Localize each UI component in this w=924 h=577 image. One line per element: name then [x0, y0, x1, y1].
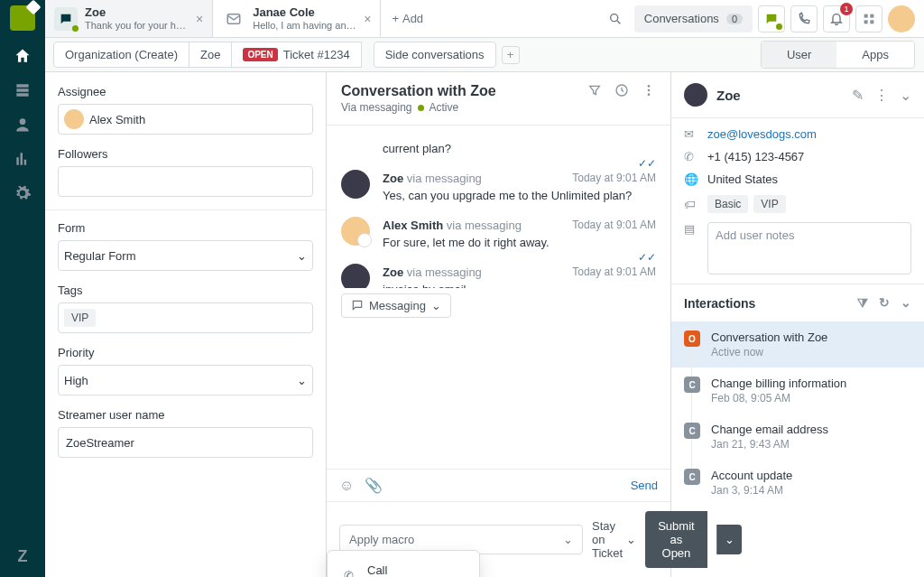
svg-point-8 — [648, 89, 651, 92]
streamer-label: Streamer user name — [58, 408, 313, 422]
interaction-item[interactable]: CAccount updateJan 3, 9:14 AM — [671, 460, 924, 506]
status-dot — [418, 105, 424, 111]
message: Zoe via messagingToday at 9:01 AMYes, ca… — [341, 164, 656, 211]
conversation-panel: Conversation with Zoe Via messagingActiv… — [327, 72, 671, 577]
messaging-icon — [351, 299, 364, 312]
search-icon[interactable] — [602, 5, 629, 33]
chevron-down-icon[interactable]: ⌄ — [901, 295, 911, 311]
attachment-icon[interactable]: 📎 — [365, 477, 383, 494]
tag-chip: VIP — [753, 195, 785, 213]
tab-user[interactable]: Zoe — [189, 42, 232, 68]
filter-icon[interactable] — [587, 83, 602, 98]
submit-button[interactable]: Submit as Open — [645, 511, 707, 568]
tab-zoe[interactable]: ZoeThank you for your hel… × — [45, 0, 213, 37]
tag-chip: VIP — [64, 309, 96, 327]
close-icon[interactable]: × — [364, 12, 371, 26]
submit-dropdown[interactable]: ⌄ — [716, 525, 742, 554]
context-panel: Zoe ✎ ⋮ ⌄ ✉zoe@lovesdogs.com ✆+1 (415) 1… — [671, 72, 924, 577]
svg-point-1 — [610, 14, 617, 21]
apps-icon[interactable] — [855, 5, 882, 33]
user-name: Zoe — [716, 88, 843, 103]
overflow-icon[interactable] — [642, 83, 656, 98]
message: current plan?✓✓ — [341, 131, 656, 164]
message: Alex Smith via messagingToday at 9:01 AM… — [341, 211, 656, 258]
avatar — [341, 217, 370, 246]
tab-ticket[interactable]: OPENTicket #1234 — [231, 42, 361, 68]
tag-chip: Basic — [707, 195, 748, 213]
notification-badge: 1 — [840, 3, 853, 15]
toggle-apps[interactable]: Apps — [836, 42, 914, 68]
emoji-icon[interactable]: ☺ — [339, 478, 354, 494]
refresh-icon[interactable]: ↻ — [879, 295, 890, 311]
z-icon[interactable]: Z — [18, 547, 28, 566]
talk-icon[interactable] — [790, 5, 818, 33]
filter-icon[interactable]: ⧩ — [857, 295, 868, 311]
context-tabs: Organization (Create) Zoe OPENTicket #12… — [45, 38, 924, 72]
avatar — [341, 264, 370, 288]
views-icon[interactable] — [14, 81, 32, 99]
chevron-down-icon: ⌄ — [297, 249, 307, 263]
profile-avatar[interactable] — [888, 5, 915, 33]
edit-icon[interactable]: ✎ — [852, 87, 864, 104]
channel-popup: ✆Call+1(415) 123-4567 💬Messaging ✉Email … — [327, 550, 480, 578]
chevron-down-icon: ⌄ — [431, 299, 441, 312]
streamer-field[interactable] — [58, 427, 313, 458]
svg-rect-5 — [870, 20, 873, 23]
priority-select[interactable]: High⌄ — [58, 365, 313, 396]
overflow-icon[interactable]: ⋮ — [874, 87, 889, 104]
phone-icon: ✆ — [684, 150, 698, 163]
chevron-down-icon[interactable]: ⌄ — [900, 87, 911, 104]
tab-janae[interactable]: Janae ColeHello, I am having an is… × — [213, 0, 381, 37]
history-icon[interactable] — [614, 83, 629, 98]
chevron-down-icon: ⌄ — [626, 533, 636, 546]
popup-call[interactable]: ✆Call+1(415) 123-4567 — [328, 556, 479, 578]
user-notes[interactable]: Add user notes — [707, 222, 911, 275]
composer-toolbar: ☺ 📎 Send — [327, 469, 670, 501]
tab-organization[interactable]: Organization (Create) — [53, 42, 189, 68]
close-icon[interactable]: × — [196, 12, 203, 26]
channel-selector[interactable]: Messaging⌄ — [341, 293, 451, 318]
customers-icon[interactable] — [14, 116, 32, 134]
side-conversations-button[interactable]: Side conversations — [374, 42, 496, 68]
svg-rect-3 — [870, 14, 873, 17]
form-label: Form — [58, 221, 313, 235]
notifications-icon[interactable]: 1 — [823, 5, 850, 33]
user-email[interactable]: zoe@lovesdogs.com — [707, 127, 817, 141]
tags-field[interactable]: VIP — [58, 302, 313, 333]
followers-field[interactable] — [58, 166, 313, 197]
globe-icon: 🌐 — [684, 172, 698, 186]
chevron-down-icon: ⌄ — [563, 533, 573, 546]
streamer-input[interactable] — [64, 433, 307, 453]
svg-point-7 — [648, 85, 651, 88]
status-badge: C — [684, 469, 700, 485]
chat-status-icon[interactable] — [758, 5, 785, 33]
stay-on-ticket[interactable]: Stay on Ticket⌄ — [592, 519, 636, 560]
home-icon[interactable] — [14, 47, 32, 65]
ticket-fields-panel: Assignee Alex Smith Followers Form Regul… — [45, 72, 327, 577]
interaction-item[interactable]: OConversation with ZoeActive now — [671, 321, 924, 368]
conversations-pill[interactable]: Conversations0 — [634, 5, 753, 33]
interaction-item[interactable]: CChange email addressJan 21, 9:43 AM — [671, 414, 924, 460]
status-badge: C — [684, 423, 700, 439]
zendesk-logo[interactable] — [10, 5, 35, 31]
mail-icon: ✉ — [684, 127, 698, 141]
status-badge: C — [684, 377, 700, 393]
conversation-title: Conversation with Zoe — [341, 83, 496, 99]
add-tab-button[interactable]: +Add — [381, 12, 434, 25]
assignee-field[interactable]: Alex Smith — [58, 104, 313, 135]
left-rail: Z — [0, 0, 45, 577]
add-side-conv-button[interactable]: + — [502, 46, 520, 64]
interaction-item[interactable]: CChange billing informationFeb 08, 9:05 … — [671, 368, 924, 414]
form-select[interactable]: Regular Form⌄ — [58, 240, 313, 271]
tag-icon: 🏷 — [684, 198, 698, 211]
mail-icon — [222, 7, 245, 31]
svg-rect-4 — [864, 20, 868, 23]
status-badge: O — [684, 330, 700, 347]
user-phone: +1 (415) 123-4567 — [707, 150, 804, 163]
send-button[interactable]: Send — [631, 479, 658, 492]
reporting-icon[interactable] — [14, 150, 32, 168]
tab-title: Janae Cole — [253, 5, 356, 20]
toggle-user[interactable]: User — [762, 42, 836, 68]
avatar — [341, 170, 370, 199]
admin-icon[interactable] — [14, 184, 32, 202]
